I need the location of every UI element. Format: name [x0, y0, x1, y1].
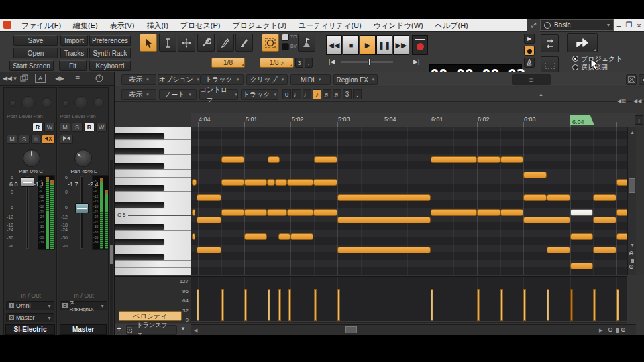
- rewind-button[interactable]: ◀◀: [326, 35, 342, 55]
- zoom-handle-v[interactable]: [631, 259, 634, 263]
- menu-item-3[interactable]: 挿入(I): [140, 21, 174, 29]
- prv-menu-0[interactable]: 表示▾: [121, 89, 156, 100]
- midi-note[interactable]: [197, 247, 221, 253]
- post-knob[interactable]: [62, 100, 69, 107]
- fader-cap[interactable]: [75, 203, 89, 213]
- menu-3[interactable]: クリップ▾: [246, 74, 288, 85]
- record-button[interactable]: [412, 35, 428, 55]
- level-knob[interactable]: [21, 96, 35, 109]
- read-automation-button[interactable]: R: [84, 123, 95, 132]
- zoom-out-v-icon[interactable]: ⊖: [629, 250, 634, 257]
- midi-note[interactable]: [192, 233, 195, 240]
- velocity-bar[interactable]: [500, 289, 503, 321]
- prv-menu-2[interactable]: コントローラ▾: [199, 89, 238, 100]
- midi-note[interactable]: [290, 233, 313, 240]
- velocity-bar[interactable]: [431, 289, 433, 321]
- rewind-icons[interactable]: ◀◀ ▾: [3, 75, 17, 82]
- scroll-left-icon[interactable]: ◀: [194, 328, 197, 333]
- stop-button[interactable]: ■: [343, 35, 359, 55]
- midi-note[interactable]: [244, 209, 267, 216]
- velocity-bar[interactable]: [616, 289, 619, 321]
- quick-button-import[interactable]: Import: [60, 35, 88, 46]
- quick-button-preferences[interactable]: Preferences: [89, 35, 131, 46]
- velocity-bar[interactable]: [477, 289, 480, 321]
- snap-by-toggle[interactable]: [282, 43, 289, 50]
- loop-button[interactable]: [541, 34, 559, 52]
- midi-note[interactable]: [337, 247, 431, 253]
- pause-button[interactable]: ❚❚: [376, 35, 392, 55]
- menu-item-7[interactable]: ウィンドウ(W): [368, 21, 429, 29]
- quick-button-start-screen[interactable]: Start Screen: [9, 60, 54, 71]
- close-button[interactable]: ×: [634, 21, 644, 29]
- note-grid[interactable]: [191, 127, 627, 275]
- midi-note[interactable]: [192, 209, 195, 216]
- midi-note[interactable]: [278, 233, 290, 240]
- mute-button[interactable]: M: [60, 123, 70, 132]
- go-to-start-button[interactable]: |◀: [329, 58, 335, 65]
- pan-knob-dim[interactable]: [93, 97, 104, 108]
- double-arrow-icon[interactable]: ◀◀: [633, 98, 641, 104]
- midi-note[interactable]: [431, 209, 477, 216]
- velocity-bar[interactable]: [288, 289, 291, 321]
- track-filter-box[interactable]: ≡: [512, 74, 551, 85]
- velocity-bar[interactable]: [197, 289, 199, 321]
- audio-snap-button[interactable]: A: [35, 74, 46, 83]
- prv-menu-1[interactable]: ノート▾: [159, 89, 197, 100]
- note-duration-5[interactable]: ♬: [333, 89, 341, 99]
- hscroll-thumb[interactable]: [345, 326, 357, 333]
- zoom-out-h-icon[interactable]: ⊖: [608, 326, 613, 333]
- midi-note[interactable]: [267, 209, 287, 216]
- level-knob[interactable]: [74, 96, 88, 109]
- collapse-lane-button[interactable]: ▼: [180, 326, 186, 332]
- midi-note[interactable]: [192, 179, 197, 186]
- midi-note[interactable]: [221, 156, 244, 163]
- midi-note[interactable]: [221, 179, 244, 186]
- export-button[interactable]: [567, 33, 598, 52]
- velocity-bar[interactable]: [337, 289, 340, 321]
- midi-note[interactable]: [570, 263, 593, 269]
- midi-note[interactable]: [314, 156, 337, 163]
- velocity-bar[interactable]: [523, 289, 526, 321]
- menu-4[interactable]: MIDI▾: [290, 74, 331, 85]
- midi-note[interactable]: [593, 217, 616, 223]
- black-key-1[interactable]: [115, 148, 164, 154]
- midi-note[interactable]: [523, 194, 547, 201]
- tool-button-edit[interactable]: [197, 34, 215, 52]
- post-knob[interactable]: [9, 100, 16, 107]
- menu-2[interactable]: トラック▾: [201, 74, 244, 85]
- zoom-in-v-icon[interactable]: ⊕: [629, 263, 634, 270]
- velocity-bar[interactable]: [221, 289, 224, 321]
- crossfade-icon[interactable]: [626, 74, 637, 85]
- midi-note[interactable]: [523, 172, 547, 178]
- minimize-button[interactable]: –: [614, 21, 624, 29]
- write-automation-button[interactable]: W: [96, 123, 107, 132]
- go-to-end-button[interactable]: ▶|: [413, 58, 419, 65]
- black-key-6[interactable]: [115, 239, 164, 245]
- midi-note[interactable]: [275, 179, 287, 186]
- midi-note[interactable]: [523, 217, 570, 223]
- midi-note[interactable]: [313, 179, 337, 186]
- tool-button-select[interactable]: [159, 34, 176, 52]
- midi-note[interactable]: [431, 156, 477, 163]
- midi-note[interactable]: [337, 217, 431, 223]
- velocity-bar-selected[interactable]: [570, 289, 573, 321]
- transport-slider-track[interactable]: [341, 61, 393, 63]
- black-key-5[interactable]: [115, 224, 164, 230]
- collapse-arrow-icon[interactable]: ▲: [539, 92, 543, 97]
- tool-button-draw[interactable]: [217, 34, 234, 52]
- midi-note[interactable]: [268, 156, 280, 163]
- menu-item-0[interactable]: ファイル(F): [15, 21, 67, 29]
- menu-0[interactable]: 表示▾: [121, 74, 156, 85]
- track-name[interactable]: Master: [60, 324, 107, 335]
- pan-knob-dim[interactable]: [42, 97, 52, 108]
- midi-note[interactable]: [244, 233, 267, 240]
- note-duration-4[interactable]: ♬: [323, 89, 331, 99]
- transform-tool-button[interactable]: トランスフォ...: [126, 325, 177, 335]
- snap-dot-button[interactable]: .: [305, 58, 313, 68]
- snap-triplet-button[interactable]: 3: [295, 58, 303, 68]
- midi-note[interactable]: [500, 209, 523, 216]
- midi-note[interactable]: [287, 209, 313, 216]
- quick-button-open[interactable]: Open: [13, 48, 58, 58]
- input-dropdown[interactable]: I Omni ▼: [6, 301, 54, 310]
- midi-note[interactable]: [500, 156, 523, 163]
